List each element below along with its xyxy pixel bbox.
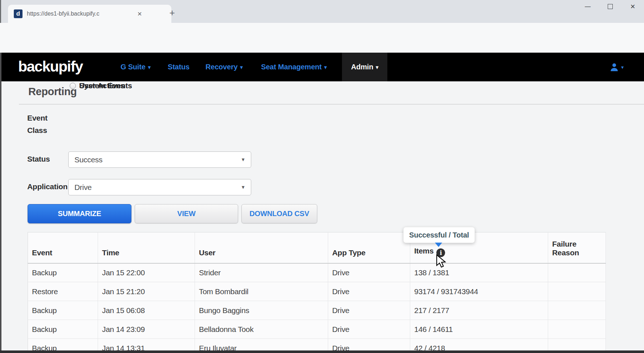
chevron-down-icon: ▼ [241, 184, 245, 190]
table-cell: Restore [28, 282, 98, 301]
minimize-button[interactable]: — [576, 0, 599, 13]
window-controls: — ✕ [576, 0, 644, 13]
table-row: Restore Jan 15 21:20 Tom Bombardil Drive… [28, 282, 606, 301]
table-cell: Bungo Baggins [195, 301, 328, 320]
column-header-time: Time [98, 232, 195, 263]
chevron-down-icon: ▾ [148, 64, 151, 70]
table-cell: 146 / 14611 [410, 320, 548, 339]
chevron-down-icon: ▾ [376, 64, 378, 70]
table-cell: 93174 / 931743944 [410, 282, 548, 301]
nav-item-status[interactable]: Status [168, 53, 189, 81]
table-cell: Tom Bombardil [195, 282, 328, 301]
table-row: Backup Jan 15 22:00 Strider Drive 138 / … [28, 263, 606, 282]
maximize-button[interactable] [599, 0, 621, 13]
mouse-cursor [436, 254, 448, 268]
app-navbar: backupify G Suite ▾ Status Recovery ▾ Se… [0, 53, 644, 81]
radio-option-user-actions[interactable]: User Actions [70, 81, 125, 90]
column-header-user: User [195, 232, 328, 263]
summarize-button[interactable]: SUMMARIZE [28, 204, 131, 223]
table-cell: 138 / 1381 [410, 263, 548, 282]
items-tooltip: Successful / Total [403, 227, 475, 243]
chevron-down-icon: ▼ [241, 157, 245, 162]
tab-strip: d https://des1-bfyii.backupify.c ✕ + — ✕ [0, 0, 644, 23]
tab-close-icon[interactable]: ✕ [137, 11, 142, 17]
chevron-down-icon: ▾ [240, 64, 242, 70]
nav-links: G Suite ▾ Status Recovery ▾ Seat Managem… [0, 53, 644, 81]
table-row: Backup Jan 14 23:09 Belladonna Took Driv… [28, 320, 606, 339]
column-header-event: Event [28, 232, 98, 263]
chevron-down-icon: ▾ [324, 64, 327, 70]
table-cell: Drive [328, 282, 410, 301]
status-label: Status [27, 153, 50, 165]
window-edge [0, 53, 1, 353]
application-select[interactable]: Drive ▼ [68, 179, 251, 195]
application-label: Application [27, 180, 68, 193]
table-cell [548, 282, 606, 301]
nav-item-seat-management[interactable]: Seat Management ▾ [261, 53, 327, 81]
tab-title: https://des1-bfyii.backupify.c [27, 11, 131, 17]
window-edge [0, 350, 644, 353]
table-cell: Backup [28, 320, 98, 339]
browser-window: d https://des1-bfyii.backupify.c ✕ + — ✕ [0, 0, 644, 353]
table-cell: Belladonna Took [195, 320, 328, 339]
reporting-page: Reporting Event Class System Events User… [0, 81, 644, 353]
table-cell: Strider [195, 263, 328, 282]
tooltip-arrow-icon [435, 243, 442, 247]
column-header-app-type: App Type [328, 232, 410, 263]
table-header-row: Event Time User App Type Itemsi Failure … [28, 232, 606, 263]
divider [19, 104, 644, 105]
table-cell: Drive [328, 320, 410, 339]
new-tab-button[interactable]: + [166, 7, 178, 19]
report-table: Event Time User App Type Itemsi Failure … [28, 232, 606, 353]
nav-item-admin[interactable]: Admin ▾ [342, 53, 387, 81]
table-cell [548, 301, 606, 320]
maximize-icon [608, 4, 613, 9]
browser-tab[interactable]: d https://des1-bfyii.backupify.c ✕ [8, 5, 171, 23]
nav-item-recovery[interactable]: Recovery ▾ [205, 53, 242, 81]
window-edge [0, 0, 1, 23]
event-class-label: Event Class [27, 112, 58, 137]
table-cell [548, 263, 606, 282]
radio-button[interactable] [70, 83, 76, 89]
table-cell: Jan 15 06:08 [98, 301, 195, 320]
user-menu[interactable]: ▾ [609, 53, 624, 81]
table-row: Backup Jan 15 06:08 Bungo Baggins Drive … [28, 301, 606, 320]
status-select-value: Success [74, 155, 102, 164]
column-header-failure-reason: Failure Reason [548, 232, 606, 263]
nav-item-g-suite[interactable]: G Suite ▾ [121, 53, 150, 81]
user-icon [609, 62, 619, 72]
browser-toolbar: des1-bfyi.backupify.com [0, 23, 644, 53]
view-button[interactable]: VIEW [135, 204, 238, 223]
table-cell: Drive [328, 263, 410, 282]
table-cell: Backup [28, 263, 98, 282]
window-close-button[interactable]: ✕ [621, 0, 644, 13]
table-cell [548, 320, 606, 339]
table-cell: 217 / 2177 [410, 301, 548, 320]
action-buttons: SUMMARIZEVIEWDOWNLOAD CSV [0, 204, 644, 223]
application-select-value: Drive [74, 183, 92, 192]
download-csv-button[interactable]: DOWNLOAD CSV [241, 204, 317, 223]
status-select[interactable]: Success ▼ [68, 151, 251, 168]
table-cell: Jan 15 21:20 [98, 282, 195, 301]
chevron-down-icon: ▾ [621, 64, 624, 70]
table-cell: Jan 14 23:09 [98, 320, 195, 339]
table-cell: Backup [28, 301, 98, 320]
table-cell: Jan 15 22:00 [98, 263, 195, 282]
favicon: d [14, 9, 23, 18]
table-cell: Drive [328, 301, 410, 320]
